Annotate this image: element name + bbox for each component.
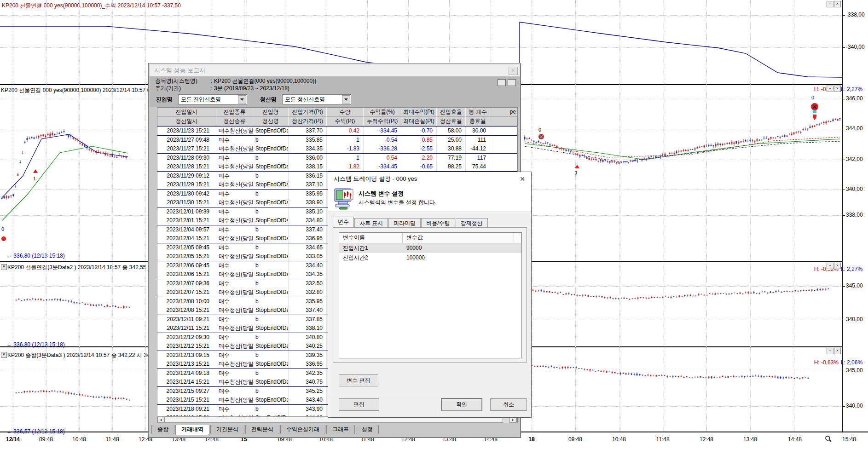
edit-button[interactable]: 편집 bbox=[339, 398, 379, 411]
var-name-column-header[interactable]: 변수이름 bbox=[339, 233, 403, 243]
close-icon[interactable]: ✕ bbox=[518, 175, 527, 183]
table-cell: StopEndOfDa bbox=[253, 342, 289, 351]
table-row[interactable]: 2023/11/28 09:30매수b336.0010.542.2077.191… bbox=[157, 154, 517, 162]
column-header[interactable]: 봉 개수 bbox=[466, 108, 490, 117]
dialog-titlebar[interactable]: 시스템 트레이딩 설정 - 000 yes ✕ bbox=[328, 172, 531, 186]
table-cell: 334.65 bbox=[289, 243, 327, 252]
column-header[interactable]: 청산가격(Pt) bbox=[289, 117, 327, 126]
table-cell: b bbox=[253, 172, 289, 180]
table-cell: 매수청산(당일 bbox=[216, 252, 253, 261]
grid-line bbox=[13, 0, 13, 432]
table-cell: StopEndOfDa bbox=[253, 360, 289, 368]
report-tab-그래프[interactable]: 그래프 bbox=[326, 425, 355, 434]
export-icon[interactable] bbox=[508, 79, 516, 86]
column-header[interactable]: 청산종류 bbox=[216, 117, 253, 126]
variable-row[interactable]: 진입시간190000 bbox=[339, 243, 521, 253]
minimize-icon[interactable]: − bbox=[827, 86, 833, 92]
var-value-column-header[interactable]: 변수값 bbox=[403, 233, 514, 243]
report-tab-전략분석[interactable]: 전략분석 bbox=[245, 425, 279, 434]
close-icon[interactable]: × bbox=[834, 263, 841, 269]
header-row: 진입일시진입종류진입명진입가격(Pt)수량수익률(%)최대수익(Pt)진입효율봉… bbox=[157, 108, 517, 117]
edit-variable-button[interactable]: 변수 편집 bbox=[339, 374, 378, 386]
table-cell: 334.35 bbox=[289, 270, 327, 279]
table-cell: 343.40 bbox=[289, 396, 327, 404]
table-row[interactable]: 2023/11/23 15:21매수청산(당일StopEndOfDa337.70… bbox=[157, 127, 517, 136]
last-price-flag: ← 336,57 (12/13 15:18) bbox=[6, 428, 65, 435]
settings-tab-비용/수량[interactable]: 비용/수량 bbox=[421, 218, 455, 228]
variable-row[interactable]: 진입시간2100000 bbox=[339, 253, 521, 263]
column-header[interactable]: 청산효율 bbox=[437, 117, 466, 126]
table-cell: 매수 bbox=[216, 351, 253, 360]
table-cell: StopEndOfDa bbox=[253, 144, 289, 153]
maximize-icon[interactable]: × bbox=[834, 86, 841, 92]
table-cell: 335.85 bbox=[289, 136, 327, 144]
table-cell: StopEndOfDa bbox=[253, 127, 289, 135]
column-header[interactable]: 수익(Pt) bbox=[327, 117, 364, 126]
table-cell: 2023/12/11 15:21 bbox=[157, 324, 216, 333]
report-filter-bar: 진입명 모든 진입신호명 청산명 모든 청산신호명 bbox=[150, 92, 520, 107]
printer-icon[interactable] bbox=[498, 79, 506, 86]
ok-button[interactable]: 확인 bbox=[441, 398, 482, 411]
table-row[interactable]: 2023/11/27 09:48매수b335.851-0.540.8525.00… bbox=[157, 136, 517, 144]
table-cell: 30.00 bbox=[466, 127, 490, 135]
settings-tab-강제청산[interactable]: 강제청산 bbox=[456, 218, 488, 228]
table-cell: -1.83 bbox=[327, 144, 364, 153]
column-header[interactable]: 누적수익(Pt) bbox=[364, 117, 401, 126]
table-cell: 매수 bbox=[216, 136, 253, 144]
time-axis-label: 11:48 bbox=[656, 436, 669, 443]
column-header[interactable]: 진입효율 bbox=[437, 108, 466, 117]
report-tab-종합[interactable]: 종합 bbox=[151, 425, 174, 434]
table-row[interactable]: 2023/11/27 15:21매수청산(당일StopEndOfDa334.35… bbox=[157, 144, 517, 154]
table-cell: 338.90 bbox=[289, 198, 327, 207]
chevron-down-icon[interactable] bbox=[342, 95, 350, 104]
column-header[interactable]: 진입가격(Pt) bbox=[289, 108, 327, 117]
dialog-titlebar[interactable]: 시스템 성능 보고서 × bbox=[150, 64, 520, 76]
variable-name: 진입시간1 bbox=[339, 243, 403, 253]
column-header[interactable]: 수량 bbox=[327, 108, 364, 117]
column-header[interactable]: 진입일시 bbox=[157, 108, 216, 117]
report-tab-수익손실거래[interactable]: 수익손실거래 bbox=[280, 425, 325, 434]
column-header[interactable]: 최대손실(Pt) bbox=[401, 117, 437, 126]
scroll-left-icon[interactable]: ◂ bbox=[157, 417, 164, 423]
report-tab-기간분석[interactable]: 기간분석 bbox=[210, 425, 244, 434]
table-cell bbox=[490, 127, 517, 135]
header-row: 청산일시청산종류청산명청산가격(Pt)수익(Pt)누적수익(Pt)최대손실(Pt… bbox=[157, 117, 517, 127]
column-header[interactable]: 청산명 bbox=[253, 117, 289, 126]
table-cell: 332.80 bbox=[289, 288, 327, 297]
entry-signal-select[interactable]: 모든 진입신호명 bbox=[178, 94, 247, 104]
close-icon[interactable]: × bbox=[834, 348, 841, 354]
chevron-down-icon[interactable] bbox=[238, 95, 246, 104]
table-row[interactable]: 2023/11/28 15:21매수청산(당일StopEndOfDa338.15… bbox=[157, 162, 517, 172]
minimize-icon[interactable]: − bbox=[827, 1, 833, 7]
column-header[interactable]: 수익률(%) bbox=[364, 108, 401, 117]
trading-workstation: KP200 선물연결 000 yes(90000,100000)_수익 2023… bbox=[0, 0, 868, 449]
table-cell: 매수 bbox=[216, 225, 253, 234]
zoom-icon[interactable] bbox=[825, 435, 832, 443]
chevron-down-icon[interactable]: ▼ bbox=[1, 264, 7, 270]
minimize-icon[interactable]: − bbox=[827, 263, 833, 269]
report-tab-거래내역[interactable]: 거래내역 bbox=[175, 425, 209, 435]
settings-tab-변수[interactable]: 변수 bbox=[333, 217, 354, 228]
chevron-down-icon[interactable]: ▼ bbox=[1, 352, 7, 358]
table-cell: b bbox=[253, 225, 289, 234]
exit-signal-select[interactable]: 모든 청산신호명 bbox=[282, 94, 351, 104]
period-value: : 3분 (2019/09/23 ~ 2023/12/18) bbox=[211, 85, 289, 92]
column-header[interactable]: 청산일시 bbox=[157, 117, 216, 126]
settings-tab-차트 표시[interactable]: 차트 표시 bbox=[354, 218, 388, 228]
column-header[interactable]: 최대수익(Pt) bbox=[401, 108, 437, 117]
minimize-icon[interactable]: − bbox=[827, 348, 833, 354]
table-cell: 2023/12/15 09:27 bbox=[157, 387, 216, 396]
report-tab-설정[interactable]: 설정 bbox=[356, 425, 379, 434]
time-axis-label: 12:48 bbox=[700, 436, 713, 443]
close-icon[interactable]: × bbox=[509, 67, 518, 75]
close-icon[interactable]: × bbox=[834, 1, 841, 7]
column-header[interactable] bbox=[490, 117, 517, 126]
cancel-button[interactable]: 취소 bbox=[490, 398, 527, 411]
column-header[interactable]: 진입종류 bbox=[216, 108, 253, 117]
column-header[interactable]: 진입명 bbox=[253, 108, 289, 117]
column-header[interactable]: pe bbox=[490, 108, 517, 117]
table-cell: 2023/12/08 10:00 bbox=[157, 297, 216, 306]
trading-settings-dialog: 시스템 트레이딩 설정 - 000 yes ✕ 시스템 변수 설정 시스템식의 … bbox=[328, 172, 532, 418]
settings-tab-피라미딩[interactable]: 피라미딩 bbox=[388, 218, 421, 228]
column-header[interactable]: 총효율 bbox=[466, 117, 490, 126]
